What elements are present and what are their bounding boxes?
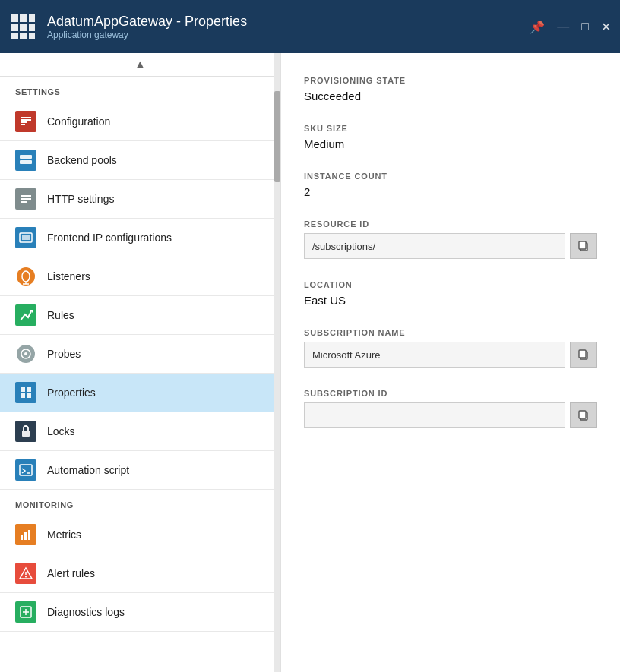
backend-pools-label: Backend pools xyxy=(47,154,117,166)
close-button[interactable]: ✕ xyxy=(601,20,611,34)
provisioning-state-section: PROVISIONING STATE Succeeded xyxy=(304,76,597,103)
sidebar-item-automation-script[interactable]: Automation script xyxy=(0,451,280,490)
monitoring-section-label: MONITORING xyxy=(0,490,280,516)
svg-rect-19 xyxy=(22,235,30,240)
svg-rect-3 xyxy=(11,24,18,31)
alert-rules-label: Alert rules xyxy=(47,567,95,579)
subscription-id-input[interactable] xyxy=(304,402,565,428)
subscription-id-label: SUBSCRIPTION ID xyxy=(304,389,597,398)
config-icon xyxy=(15,111,36,132)
svg-point-40 xyxy=(25,576,27,578)
properties-icon xyxy=(15,382,36,403)
scrollbar-thumb[interactable] xyxy=(274,91,280,182)
svg-rect-2 xyxy=(29,14,35,22)
sidebar-item-listeners[interactable]: Listeners xyxy=(0,257,280,296)
backend-icon xyxy=(15,150,36,171)
probes-label: Probes xyxy=(47,348,81,360)
scroll-up[interactable]: ▲ xyxy=(0,53,280,77)
instance-count-label: INSTANCE COUNT xyxy=(304,172,597,181)
location-value: East US xyxy=(304,294,597,307)
metrics-icon xyxy=(15,524,36,545)
scrollbar-track xyxy=(274,53,280,672)
svg-rect-10 xyxy=(21,119,31,121)
svg-rect-14 xyxy=(20,160,32,164)
rules-label: Rules xyxy=(47,309,74,321)
svg-rect-12 xyxy=(21,124,25,125)
sidebar-item-properties[interactable]: Properties xyxy=(0,374,280,412)
copy-icon xyxy=(577,240,590,252)
diagnostics-logs-label: Diagnostics logs xyxy=(47,606,125,618)
sidebar-item-frontend-ip[interactable]: Frontend IP configurations xyxy=(0,219,280,257)
location-section: LOCATION East US xyxy=(304,280,597,307)
svg-rect-9 xyxy=(21,117,31,118)
subscription-name-input-row xyxy=(304,342,597,368)
http-settings-label: HTTP settings xyxy=(47,193,114,205)
app-icon xyxy=(9,13,36,40)
svg-point-27 xyxy=(24,352,27,355)
sidebar-item-probes[interactable]: Probes xyxy=(0,335,280,374)
main-content: ▲ SETTINGS Configuration Backend pools H… xyxy=(0,53,620,672)
metrics-label: Metrics xyxy=(47,528,81,541)
title-text: AdatumAppGateway - Properties Applicatio… xyxy=(47,14,247,40)
subscription-name-section: SUBSCRIPTION NAME xyxy=(304,328,597,368)
sidebar-item-backend-pools[interactable]: Backend pools xyxy=(0,141,280,180)
restore-button[interactable]: □ xyxy=(581,20,589,33)
svg-rect-29 xyxy=(27,387,31,392)
location-label: LOCATION xyxy=(304,280,597,289)
sidebar-item-configuration[interactable]: Configuration xyxy=(0,103,280,141)
minimize-button[interactable]: — xyxy=(557,20,569,33)
copy-icon xyxy=(577,349,590,361)
sidebar-item-rules[interactable]: Rules xyxy=(0,296,280,335)
sidebar-item-metrics[interactable]: Metrics xyxy=(0,516,280,554)
subscription-name-input[interactable] xyxy=(304,342,565,368)
sidebar-item-diagnostics-logs[interactable]: Diagnostics logs xyxy=(0,593,280,632)
subscription-name-copy-button[interactable] xyxy=(570,342,597,368)
window-title: AdatumAppGateway - Properties xyxy=(47,14,247,30)
rules-icon xyxy=(15,304,36,326)
svg-rect-31 xyxy=(27,393,31,398)
resource-id-label: RESOURCE ID xyxy=(304,219,597,229)
scroll-up-icon: ▲ xyxy=(134,58,147,71)
svg-rect-6 xyxy=(11,33,18,39)
sidebar-item-alert-rules[interactable]: Alert rules xyxy=(0,554,280,593)
svg-rect-5 xyxy=(29,24,35,31)
resource-id-copy-button[interactable] xyxy=(570,233,597,259)
svg-rect-49 xyxy=(579,411,586,418)
sku-size-label: SKU SIZE xyxy=(304,124,597,133)
locks-label: Locks xyxy=(47,425,75,437)
alerts-icon xyxy=(15,563,36,584)
subscription-id-section: SUBSCRIPTION ID xyxy=(304,389,597,428)
automation-icon xyxy=(15,459,36,481)
window-subtitle: Application gateway xyxy=(47,30,247,40)
sidebar-item-locks[interactable]: Locks xyxy=(0,412,280,451)
resource-id-input-row xyxy=(304,233,597,259)
subscription-id-copy-button[interactable] xyxy=(570,402,597,428)
svg-rect-30 xyxy=(21,393,25,398)
copy-icon xyxy=(577,409,590,421)
svg-rect-1 xyxy=(20,14,27,22)
configuration-label: Configuration xyxy=(47,115,110,128)
svg-rect-28 xyxy=(21,387,25,392)
sku-size-value: Medium xyxy=(304,137,597,150)
instance-count-value: 2 xyxy=(304,185,597,198)
properties-label: Properties xyxy=(47,386,96,399)
svg-rect-47 xyxy=(579,350,586,358)
subscription-name-label: SUBSCRIPTION NAME xyxy=(304,328,597,337)
right-panel: PROVISIONING STATE Succeeded SKU SIZE Me… xyxy=(281,53,620,672)
svg-rect-4 xyxy=(20,24,27,31)
frontend-icon xyxy=(15,227,36,248)
svg-rect-36 xyxy=(24,532,27,540)
svg-rect-33 xyxy=(20,465,32,475)
pin-button[interactable]: 📌 xyxy=(530,20,545,34)
listeners-label: Listeners xyxy=(47,270,90,282)
title-controls: 📌 — □ ✕ xyxy=(530,20,611,34)
settings-section-label: SETTINGS xyxy=(0,77,280,103)
resource-id-input[interactable] xyxy=(304,233,565,259)
title-bar: AdatumAppGateway - Properties Applicatio… xyxy=(0,0,620,53)
title-bar-left: AdatumAppGateway - Properties Applicatio… xyxy=(9,13,247,40)
listeners-icon xyxy=(15,266,36,287)
probes-icon xyxy=(15,343,36,364)
svg-rect-8 xyxy=(29,33,35,39)
sidebar-item-http-settings[interactable]: HTTP settings xyxy=(0,180,280,219)
locks-icon xyxy=(15,421,36,442)
